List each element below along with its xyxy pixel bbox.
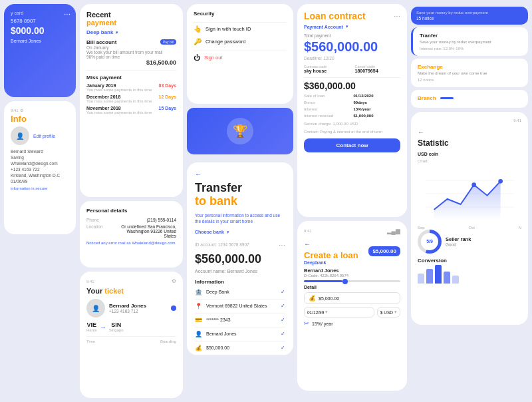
choose-bank-row[interactable]: Choose bank ▾ — [195, 230, 285, 235]
currency-select[interactable]: $ USD ▾ — [377, 307, 400, 317]
cancel-code-field: Cancel code 180079654 — [355, 65, 401, 73]
route-from-code: VIE — [87, 321, 97, 328]
transfer-promo-item[interactable]: Tranfer Save your money by reduc overpay… — [411, 27, 528, 56]
status-bar: 9:41 ⚙ — [11, 108, 69, 112]
statistic-card: 9:41 ← Statistic USD coin Chart — [411, 112, 528, 325]
create-loan-time: 9:41 — [304, 229, 312, 233]
deep-bank-row[interactable]: Deep bank ▾ — [86, 29, 176, 35]
stat-currency: USD coin — [418, 152, 521, 156]
interest-amount: $360,000.00 — [304, 81, 400, 91]
branch-item[interactable]: Branch — [411, 90, 528, 108]
check-icon-3: ✓ — [281, 317, 285, 323]
phone-label: Phone — [86, 218, 99, 222]
gear-icon: ⚙ — [20, 108, 23, 112]
miss-date-1: January 2019 — [86, 83, 116, 88]
amount-input[interactable]: 💰 $5,000.00 — [304, 292, 400, 304]
bar-4 — [444, 272, 450, 284]
stat-back-button[interactable]: ← — [418, 128, 424, 136]
bar-chart-mini — [418, 264, 459, 284]
miss-days-3: 15 Days — [159, 106, 176, 110]
route-to-city: Singapo — [109, 328, 124, 332]
touch-id-label: Sign in with touch ID — [205, 26, 251, 32]
bank-icon: 🏦 — [195, 289, 202, 296]
transfer-card: ← Transfer to bank Your personal informa… — [187, 162, 293, 355]
location-row: Location Or undefined San Francisco, Was… — [86, 224, 176, 238]
conversion-label: Conversion — [418, 258, 459, 264]
chevron-down-icon: ▾ — [116, 30, 118, 35]
column-2: Recent payment Deep bank ▾ Bill account … — [80, 4, 183, 398]
detail-title: Detail — [304, 285, 400, 290]
info-item-bank: 🏦 Deep Bank ✓ — [195, 289, 285, 300]
currency-chevron-icon: ▾ — [394, 309, 397, 315]
change-password-label: Change password — [205, 39, 245, 45]
slider-thumb — [342, 279, 348, 284]
illustration-figure: 🏆 — [227, 118, 253, 144]
miss-item-2: December 2018 12 Days You miss some paym… — [86, 95, 176, 103]
contact-detail: Contact: Paying & interest at the end of… — [304, 130, 400, 134]
bill-sub1: On January — [86, 45, 176, 50]
card-holder: Bernard Jones — [11, 39, 69, 43]
touch-id-item[interactable]: 👆 Sign in with touch ID — [194, 25, 287, 33]
percent-value: 15%/ year — [312, 321, 333, 326]
contract-codes-row: Contract code sky house Cancel code 1800… — [304, 65, 400, 73]
info-item-location: 📍 Vermont 69822 United States ✓ — [195, 303, 285, 313]
loan-slider[interactable] — [304, 280, 400, 282]
info-item-person: 👤 Bernard Jones ✓ — [195, 331, 285, 341]
location-label: Location — [86, 224, 103, 238]
seller-rank-title: Seller rank — [446, 236, 471, 242]
currency-symbol: $ — [380, 310, 383, 315]
change-password-item[interactable]: 🔑 Change password — [194, 38, 287, 45]
ticket-avatar: 👤 — [86, 299, 105, 317]
stat-status-bar: 9:41 — [418, 118, 521, 122]
card-icon: 💳 — [195, 317, 202, 323]
rank-level: Good — [446, 242, 471, 247]
transfer-header: ← Transfer to bank Your personal informa… — [195, 170, 285, 274]
edit-profile-label[interactable]: Edit profile — [33, 134, 55, 138]
deep-bank-label: Deep bank — [86, 29, 113, 35]
contact-now-button[interactable]: Contact now — [304, 138, 400, 152]
info-card: 9:41 ⚙ Info 👤 Edit profile Bernard Stewa… — [4, 101, 76, 234]
account-name: Account name: Bernard Jones — [195, 269, 285, 274]
info-item-card: 💳 ******* 2343 ✓ — [195, 317, 285, 327]
create-loan-back-button[interactable]: ← — [304, 240, 311, 248]
secure-label: information is secure — [11, 186, 69, 190]
card-number: 5678 8907 — [11, 18, 69, 24]
filter-icon[interactable]: ⚙ — [172, 278, 176, 284]
loan-divider — [304, 77, 400, 78]
info-address: Kirkland, Washington D.C — [11, 173, 69, 178]
percent-icon: ✂ — [304, 320, 309, 327]
amount-input-value: $5,000.00 — [319, 296, 396, 301]
contract-code-value: sky house — [304, 69, 350, 73]
touch-id-icon: 👆 — [194, 25, 201, 33]
avatar: 👤 — [11, 126, 29, 145]
percent-row: ✂ 15%/ year — [304, 320, 400, 327]
chart-oct: Oct — [469, 226, 475, 230]
create-loan-status-bar: 9:41 ▂▄▆ — [304, 228, 400, 234]
loan-contract-card: Loan contract ··· Payment Account ▾ Tota… — [297, 4, 407, 217]
pay-badge[interactable]: Pay bill — [160, 39, 176, 45]
bank-card: ··· y card 5678 8907 $000.00 Bernard Jon… — [4, 4, 76, 97]
info-dob: 01/06/99 — [11, 179, 69, 184]
id-more-icon[interactable]: ··· — [279, 240, 285, 250]
check-icon-2: ✓ — [281, 303, 285, 309]
payment-account-label: Payment Account — [304, 25, 343, 29]
payment-account-row[interactable]: Payment Account ▾ — [304, 24, 400, 29]
exchange-item[interactable]: Exchange Make the dream of your own come… — [411, 59, 528, 87]
recent-payment-card: Recent payment Deep bank ▾ Bill account … — [80, 4, 183, 197]
location-text: Vermont 69822 United States — [206, 303, 277, 308]
sign-out-item[interactable]: ⏻ Sign out — [194, 54, 287, 61]
check-icon-4: ✓ — [281, 331, 285, 337]
date-select[interactable]: 01/12/99 ▾ — [304, 307, 374, 317]
chart-sep: Sep — [418, 226, 425, 230]
bill-sub2: We took your bill amount from your mail — [86, 50, 176, 55]
miss-sub-2: You miss some payments in this time — [86, 99, 176, 103]
svg-point-3 — [471, 182, 476, 187]
transfer-back-button[interactable]: ← — [195, 170, 285, 178]
ticket-card: 9:41 ⚙ Your ticket 👤 Bernard Jones +123 … — [80, 272, 183, 398]
overpay-item: Save your money by reduc overpayment 15 … — [411, 7, 528, 25]
sign-out-label: Sign out — [204, 55, 223, 61]
loan-more-icon[interactable]: ··· — [394, 11, 400, 21]
branch-indicator — [440, 97, 454, 99]
card-balance: $000.00 — [11, 25, 69, 36]
slider-fill — [304, 280, 342, 282]
